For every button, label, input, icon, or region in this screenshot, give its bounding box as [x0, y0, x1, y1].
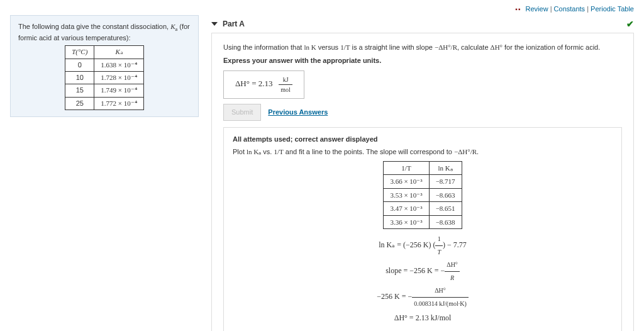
sol-x: 3.66 × 10⁻³: [384, 175, 429, 189]
submit-button: Submit: [223, 104, 261, 121]
intro-text-a: The following data give the constant dis…: [18, 23, 170, 30]
eq3-l: −256 K = −: [377, 292, 412, 301]
prompt-seg: versus: [316, 43, 341, 51]
sol-col-x: 1/T: [384, 161, 429, 175]
table-row: 151.749 × 10⁻⁴: [65, 84, 144, 97]
answer-area: Part A ✔ Using the information that ln K…: [211, 15, 634, 331]
cell-k: 1.638 × 10⁻⁴: [94, 59, 143, 71]
eq3-den: 0.008314 kJ/(mol·K): [412, 298, 469, 310]
table-row: 3.47 × 10⁻³−8.651: [384, 202, 462, 216]
lnk-sym: ln K: [304, 43, 316, 51]
part-a-header[interactable]: Part A ✔: [211, 15, 634, 33]
sol-y: −8.651: [429, 202, 462, 216]
review-icon: ▪▪: [515, 6, 521, 13]
sol-col-y: ln Kₐ: [429, 161, 462, 175]
eq2-den: R: [445, 272, 460, 284]
one-over-t: 1/T: [340, 43, 350, 51]
previous-answers-link[interactable]: Previous Answers: [268, 108, 328, 116]
fb-1overT: 1/T: [274, 148, 283, 155]
fb-lnka: ln Kₐ: [247, 148, 261, 155]
answer-eq: =: [252, 79, 258, 88]
express-instruction: Express your answer with the appropriate…: [223, 55, 622, 66]
table-row: 101.728 × 10⁻⁴: [65, 71, 144, 84]
table-row: 3.36 × 10⁻³−8.638: [384, 215, 462, 229]
unit-den: mol: [279, 85, 292, 94]
problem-data-panel: The following data give the constant dis…: [10, 15, 199, 117]
eq1-num: 1: [435, 233, 443, 246]
sol-y: −8.638: [429, 215, 462, 229]
table-row: 251.772 × 10⁻⁴: [65, 97, 144, 109]
answer-lhs: ΔH°: [235, 79, 250, 88]
unit-num: kJ: [279, 75, 292, 85]
sol-x: 3.53 × 10⁻³: [384, 188, 429, 202]
table-row: 3.66 × 10⁻³−8.717: [384, 175, 462, 189]
eq4: ΔH° = 2.13 kJ/mol: [233, 310, 613, 325]
check-icon: ✔: [626, 19, 634, 29]
eq1-l: ln Kₐ = (−256 K): [379, 240, 433, 249]
dh-sym: ΔH°: [491, 43, 502, 51]
fb-seg: .: [477, 148, 479, 155]
solution-table: 1/T ln Kₐ 3.66 × 10⁻³−8.717 3.53 × 10⁻³−…: [383, 161, 462, 230]
sol-x: 3.36 × 10⁻³: [384, 215, 429, 229]
prompt-seg: , calculate: [457, 43, 491, 51]
cell-t: 10: [65, 71, 94, 84]
sol-y: −8.663: [429, 188, 462, 202]
part-a-title: Part A: [223, 20, 245, 28]
cell-t: 15: [65, 84, 94, 97]
table-row: 3.53 × 10⁻³−8.663: [384, 188, 462, 202]
prompt-seg: for the ionization of formic acid.: [502, 43, 600, 51]
periodic-table-link[interactable]: Periodic Table: [591, 5, 634, 13]
sol-x: 3.47 × 10⁻³: [384, 202, 429, 216]
answer-units: kJ mol: [279, 75, 292, 94]
cell-k: 1.728 × 10⁻⁴: [94, 71, 143, 84]
feedback-title: All attempts used; correct answer displa…: [233, 134, 613, 145]
ka-data-table: T(°C) Kₐ 01.638 × 10⁻⁴ 101.728 × 10⁻⁴ 15…: [65, 45, 144, 110]
eq2-l: slope = −256 K = −: [386, 266, 445, 275]
cell-t: 0: [65, 59, 94, 71]
intro-symbol-k: K: [170, 23, 175, 30]
constants-link[interactable]: Constants: [554, 5, 586, 13]
eq1-r: − 7.77: [445, 240, 467, 249]
caret-down-icon: [211, 22, 218, 26]
cell-k: 1.749 × 10⁻⁴: [94, 84, 143, 97]
fb-seg: Plot: [233, 148, 247, 155]
prompt-seg: Using the information that: [223, 43, 304, 51]
sol-y: −8.717: [429, 175, 462, 189]
answer-display: ΔH° = 2.13 kJ mol: [223, 70, 304, 99]
solution-equations: ln Kₐ = (−256 K) (1T) − 7.77 slope = −25…: [233, 233, 613, 325]
prompt-seg: is a straight line with slope: [350, 43, 435, 51]
fb-slope: −ΔH°/R: [454, 148, 477, 155]
header-links: ▪▪ Review | Constants | Periodic Table: [10, 5, 634, 13]
cell-t: 25: [65, 97, 94, 109]
col-header-t: T(°C): [65, 46, 94, 59]
col-header-k: Kₐ: [94, 46, 143, 59]
fb-seg: and fit a line to the points. The slope …: [284, 148, 454, 155]
eq2-num: ΔH°: [445, 259, 460, 272]
part-a-body: Using the information that ln K versus 1…: [211, 33, 634, 331]
eq1-den: T: [435, 246, 443, 259]
feedback-text: Plot ln Kₐ vs. 1/T and fit a line to the…: [233, 147, 613, 157]
eq3-num: ΔH°: [412, 284, 469, 298]
part-a-prompt: Using the information that ln K versus 1…: [223, 42, 622, 53]
cell-k: 1.772 × 10⁻⁴: [94, 97, 143, 109]
review-link[interactable]: Review: [526, 5, 548, 13]
answer-value: 2.13: [258, 79, 273, 88]
slope-expr: −ΔH°/R: [435, 43, 457, 51]
table-row: 01.638 × 10⁻⁴: [65, 59, 144, 71]
feedback-box: All attempts used; correct answer displa…: [223, 127, 622, 332]
fb-seg: vs.: [261, 148, 274, 155]
